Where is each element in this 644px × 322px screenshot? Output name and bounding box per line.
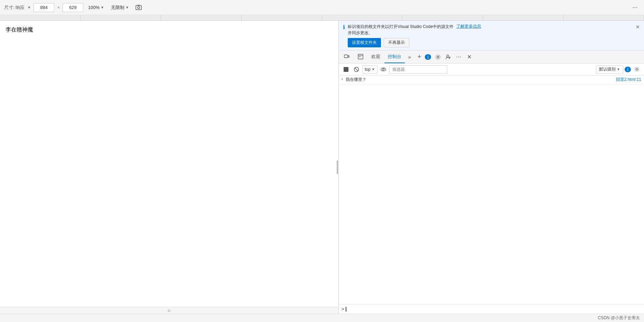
svg-rect-2 bbox=[138, 5, 140, 6]
users-icon bbox=[446, 54, 451, 60]
zoom-selector[interactable]: 100% ▼ bbox=[86, 4, 106, 11]
screenshot-button[interactable] bbox=[134, 3, 143, 12]
ruler-segment bbox=[483, 15, 563, 20]
info-icon: ℹ bbox=[343, 24, 345, 30]
scroll-indicator: ≡ bbox=[167, 308, 171, 313]
height-input[interactable] bbox=[63, 3, 83, 12]
more-options-button[interactable]: ··· bbox=[630, 3, 640, 12]
footer-bar: CSDN @小黑子史蒂夫 bbox=[0, 314, 644, 322]
zoom-chevron-icon: ▼ bbox=[101, 6, 104, 9]
settings-button[interactable] bbox=[433, 52, 443, 62]
context-chevron-icon: ▼ bbox=[372, 67, 375, 71]
console-prompt-symbol: > bbox=[342, 306, 344, 312]
tab-more-button[interactable]: » bbox=[405, 52, 414, 62]
top-toolbar: 尺寸: 响应 ▼ × 100% ▼ 无限制 ▼ ··· bbox=[0, 0, 644, 15]
notification-text-line1: 标识项目的根文件夹以打开Visual Studio Code中的源文件 bbox=[348, 23, 454, 30]
console-settings-button[interactable] bbox=[632, 65, 641, 74]
width-input[interactable] bbox=[34, 3, 54, 12]
screenshot-icon bbox=[136, 4, 142, 11]
svg-point-15 bbox=[636, 68, 638, 70]
limit-chevron-icon: ▼ bbox=[125, 6, 129, 9]
context-selector[interactable]: top ▼ bbox=[362, 65, 377, 74]
console-toolbar: top ▼ 默认级别 ▼ 1 bbox=[339, 64, 644, 75]
console-input-row[interactable]: > bbox=[339, 304, 644, 314]
level-selector[interactable]: 默认级别 ▼ bbox=[596, 65, 623, 74]
size-chevron-icon: ▼ bbox=[27, 6, 31, 9]
preview-panel: 李在赣神魔 ≡ bbox=[0, 21, 339, 314]
main-area: 李在赣神魔 ≡ ℹ 标识项目的根文件夹以打开Visual Studio Code… bbox=[0, 21, 644, 314]
filter-input[interactable] bbox=[389, 65, 447, 74]
svg-rect-0 bbox=[136, 6, 141, 10]
ruler-segment bbox=[563, 15, 644, 20]
inspect-icon bbox=[357, 54, 364, 60]
message-expand-icon[interactable]: › bbox=[342, 77, 343, 82]
preview-bottom-bar: ≡ bbox=[0, 307, 338, 314]
console-issue-badge: 1 bbox=[625, 67, 631, 72]
devtools-tabs: 欢迎 控制台 » + 1 bbox=[339, 50, 644, 64]
tab-device[interactable] bbox=[340, 50, 353, 63]
resize-handle[interactable] bbox=[336, 21, 338, 314]
more-devtools-icon: ⋯ bbox=[456, 54, 461, 60]
devtools-panel: ℹ 标识项目的根文件夹以打开Visual Studio Code中的源文件 并同… bbox=[339, 21, 644, 314]
svg-point-1 bbox=[138, 7, 140, 9]
clear-console-button[interactable] bbox=[342, 65, 351, 74]
tab-welcome-label: 欢迎 bbox=[371, 54, 380, 60]
notification-text-line2: 并同步更改。 bbox=[348, 30, 454, 36]
eye-icon bbox=[381, 67, 386, 72]
svg-rect-3 bbox=[344, 55, 348, 58]
footer-credit: CSDN @小黑子史蒂夫 bbox=[598, 315, 640, 321]
tab-welcome[interactable]: 欢迎 bbox=[368, 50, 384, 63]
user-settings-button[interactable] bbox=[444, 52, 453, 62]
notification-close-button[interactable]: ✕ bbox=[634, 23, 641, 30]
notification-banner: ℹ 标识项目的根文件夹以打开Visual Studio Code中的源文件 并同… bbox=[339, 21, 644, 50]
ruler-bar bbox=[0, 15, 644, 21]
context-label: top bbox=[365, 67, 371, 72]
learn-more-link[interactable]: 了解更多信息 bbox=[456, 23, 481, 29]
ruler-segment bbox=[322, 15, 403, 20]
level-label: 默认级别 bbox=[599, 66, 616, 72]
level-chevron-icon: ▼ bbox=[617, 67, 620, 71]
preview-text: 李在赣神魔 bbox=[6, 26, 333, 34]
tab-inspect[interactable] bbox=[354, 50, 367, 63]
svg-rect-10 bbox=[344, 67, 348, 72]
svg-rect-7 bbox=[359, 56, 361, 57]
svg-rect-4 bbox=[348, 56, 349, 57]
message-text: 我在哪里？ bbox=[346, 77, 613, 83]
console-gear-icon bbox=[634, 67, 640, 72]
ban-icon bbox=[354, 67, 359, 72]
ruler-segment bbox=[161, 15, 242, 20]
limit-label: 无限制 bbox=[111, 4, 124, 11]
notification-content: 标识项目的根文件夹以打开Visual Studio Code中的源文件 并同步更… bbox=[348, 23, 454, 47]
message-source-link[interactable]: 囧置2.html:11 bbox=[616, 77, 641, 83]
limit-selector[interactable]: 无限制 ▼ bbox=[109, 4, 131, 11]
no-show-button[interactable]: 不再显示 bbox=[384, 38, 409, 47]
console-message-row: › 我在哪里？ 囧置2.html:11 bbox=[339, 75, 644, 85]
ruler-segment bbox=[242, 15, 322, 20]
ruler-segment bbox=[402, 15, 483, 20]
svg-point-8 bbox=[437, 56, 439, 58]
svg-point-14 bbox=[382, 68, 384, 70]
live-expression-button[interactable] bbox=[379, 65, 388, 74]
tab-console[interactable]: 控制台 bbox=[384, 50, 405, 63]
svg-point-9 bbox=[447, 55, 449, 57]
console-cursor bbox=[346, 307, 346, 312]
tab-console-label: 控制台 bbox=[388, 54, 401, 60]
size-label: 尺寸: 响应 bbox=[4, 4, 25, 11]
ruler-segment bbox=[0, 15, 81, 20]
zoom-label: 100% bbox=[88, 5, 100, 10]
settings-icon bbox=[435, 54, 441, 60]
new-tab-button[interactable]: + bbox=[414, 52, 424, 62]
device-icon bbox=[344, 54, 350, 60]
close-icon: ✕ bbox=[467, 54, 472, 60]
svg-line-12 bbox=[355, 68, 358, 71]
dimension-separator: × bbox=[57, 5, 60, 10]
tab-more-icon: » bbox=[408, 54, 411, 60]
more-devtools-button[interactable]: ⋯ bbox=[454, 52, 464, 62]
notification-buttons: 设置根文件夹 不再显示 bbox=[348, 38, 454, 47]
close-devtools-button[interactable]: ✕ bbox=[464, 52, 474, 62]
set-root-button[interactable]: 设置根文件夹 bbox=[348, 38, 381, 47]
filter-errors-button[interactable] bbox=[352, 65, 361, 74]
console-messages: › 我在哪里？ 囧置2.html:11 bbox=[339, 75, 644, 304]
clear-icon bbox=[343, 67, 349, 72]
preview-content: 李在赣神魔 bbox=[0, 21, 338, 307]
